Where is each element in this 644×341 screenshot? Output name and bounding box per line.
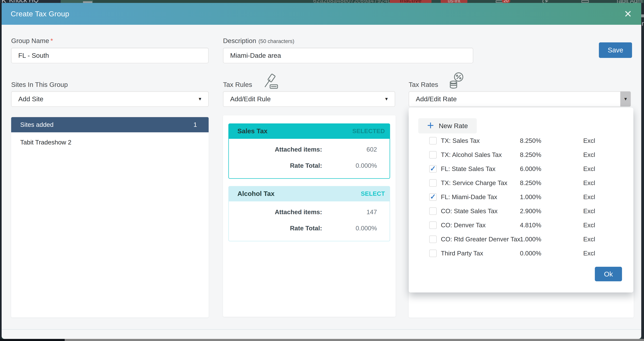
tax-rate-row[interactable]: TX: Alcohol Sales Tax 8.250% Excl: [409, 148, 633, 162]
tax-rate-row[interactable]: Third Party Tax 0.000% Excl: [409, 246, 633, 260]
rate-total-label: Rate Total:: [229, 162, 322, 169]
background-bottom-bar: [0, 339, 644, 341]
alcohol-tax-card-body: Attached items: 147 Rate Total: 0.000%: [228, 202, 390, 241]
modal-title: Create Tax Group: [2, 10, 69, 18]
plus-icon: +: [427, 120, 434, 130]
rule-name: Alcohol Tax: [238, 190, 274, 198]
sales-tax-card[interactable]: Sales Tax SELECTED Attached items: 602 R…: [228, 124, 390, 179]
attached-items-value: 147: [322, 208, 390, 216]
tax-rate-row[interactable]: TX: Service Charge Tax 8.250% Excl: [409, 176, 633, 190]
checkbox-checked[interactable]: [429, 165, 437, 172]
tax-rate-row[interactable]: FL: Miami-Dade Tax 1.000% Excl: [409, 190, 633, 204]
tax-rate-row[interactable]: FL: State Sales Tax 6.000% Excl: [409, 162, 633, 176]
selected-badge: SELECTED: [352, 128, 385, 134]
alcohol-tax-card[interactable]: Alcohol Tax SELECT Attached items: 147 R…: [228, 186, 390, 241]
right-edge-chip: [641, 14, 644, 17]
group-name-input[interactable]: FL - South: [11, 48, 209, 63]
checkbox[interactable]: [429, 250, 437, 257]
attached-items-label: Attached items:: [229, 146, 322, 153]
record-id: 62a2b8a48e072c69a47924b1: [313, 0, 394, 3]
coins-percent-icon: [448, 72, 466, 90]
tax-rate-row[interactable]: CO: Rtd Greater Denver Tax 1.000% Excl: [409, 232, 633, 246]
description-label: Description(50 characters): [223, 37, 294, 45]
gavel-icon: [262, 72, 280, 90]
tax-rates-popover: + New Rate TX: Sales Tax 8.250% Excl TX:…: [409, 108, 633, 292]
sites-added-label: Sites added: [20, 121, 54, 128]
right-edge-text: in: [641, 20, 644, 27]
notification-count-badge: 20: [502, 0, 510, 3]
status-badge: Inactive: [390, 0, 432, 3]
sites-section-label: Sites In This Group: [11, 81, 68, 88]
list-item[interactable]: Tabit Tradeshow 2: [11, 139, 209, 146]
checkbox[interactable]: [429, 208, 437, 215]
sites-added-header: Sites added 1: [11, 117, 209, 132]
sites-list-panel: Sites added 1 Tabit Tradeshow 2: [11, 117, 209, 318]
brand-logo: K: [2, 0, 6, 3]
tax-rate-list: TX: Sales Tax 8.250% Excl TX: Alcohol Sa…: [409, 134, 633, 260]
sales-tax-card-header: Sales Tax SELECTED: [228, 124, 390, 139]
bottom-bar-grey: [65, 339, 644, 341]
tax-rules-panel: Sales Tax SELECTED Attached items: 602 R…: [223, 115, 396, 317]
sales-tax-card-body: Attached items: 602 Rate Total: 0.000%: [228, 139, 390, 179]
create-tax-group-modal: Create Tax Group ✕ Group Name* FL - Sout…: [2, 3, 641, 339]
attached-items-value: 602: [322, 146, 390, 153]
new-rate-button[interactable]: + New Rate: [418, 118, 477, 134]
refresh-icon: ⟳: [542, 0, 548, 3]
rate-total-value: 0.000%: [322, 162, 390, 169]
attached-items-label: Attached items:: [229, 208, 322, 216]
checkbox[interactable]: [429, 222, 437, 229]
checkbox[interactable]: [429, 179, 437, 187]
chevron-down-icon: ▼: [198, 96, 202, 102]
save-button[interactable]: Save: [599, 42, 632, 58]
tax-rules-section-label: Tax Rules: [223, 81, 252, 88]
description-hint: (50 characters): [258, 38, 294, 44]
background-top-bar: K Knock HQ 62a2b8a48e072c69a47924b1 Inac…: [0, 0, 644, 3]
brand-name: Knock HQ: [9, 0, 38, 3]
rate-total-value: 0.000%: [322, 225, 390, 232]
required-asterisk: *: [50, 37, 53, 44]
tax-rates-section-label: Tax Rates: [409, 81, 438, 88]
page-left-edge: [0, 3, 2, 339]
ok-button[interactable]: Ok: [595, 267, 622, 281]
checkbox[interactable]: [429, 137, 437, 144]
account-menu-label: Tabit Adm: [616, 0, 642, 3]
tax-rate-row[interactable]: CO: Denver Tax 4.810% Excl: [409, 218, 633, 232]
chevron-down-icon: ▼: [624, 96, 628, 102]
store-icon: [582, 0, 589, 3]
add-edit-rule-dropdown[interactable]: Add/Edit Rule ▼: [223, 91, 395, 107]
rate-total-label: Rate Total:: [229, 225, 322, 232]
sites-added-count: 1: [194, 121, 197, 128]
chevron-down-icon: ▼: [384, 96, 389, 102]
page-right-edge: in: [641, 3, 644, 339]
alcohol-tax-card-header: Alcohol Tax SELECT: [228, 186, 390, 202]
rule-name: Sales Tax: [238, 127, 268, 135]
rate-dropdown-toggle-button[interactable]: ▼: [620, 92, 630, 106]
environment-badge: us-int: [441, 0, 468, 3]
group-name-label: Group Name*: [11, 37, 53, 45]
select-badge[interactable]: SELECT: [361, 190, 385, 197]
checkbox[interactable]: [429, 236, 437, 243]
top-bar-tab: [83, 1, 92, 3]
footer-divider: [2, 329, 641, 330]
checkbox[interactable]: [429, 151, 437, 158]
add-site-dropdown[interactable]: Add Site ▼: [11, 91, 209, 107]
bottom-bar-dark: [0, 339, 65, 341]
modal-header: Create Tax Group ✕: [2, 3, 641, 25]
checkbox-checked[interactable]: [429, 193, 437, 201]
tax-rate-row[interactable]: CO: State Sales Tax 2.900% Excl: [409, 204, 633, 218]
description-input[interactable]: Miami-Dade area: [223, 48, 473, 63]
close-icon[interactable]: ✕: [622, 8, 634, 20]
add-edit-rate-dropdown[interactable]: Add/Edit Rate ▼: [409, 91, 631, 107]
tax-rate-row[interactable]: TX: Sales Tax 8.250% Excl: [409, 134, 633, 148]
